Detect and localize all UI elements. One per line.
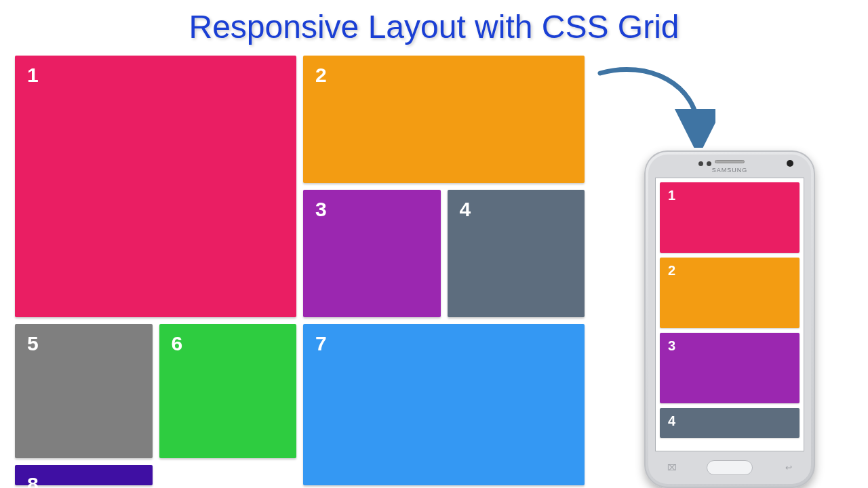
phone-recent-icon: ⌧ [667,463,677,472]
phone-speaker-icon [715,160,745,163]
desktop-tile-2: 2 [303,56,585,183]
phone-back-icon: ↩ [785,463,792,472]
phone-mockup: SAMSUNG 1 2 3 4 ⌧ ↩ [644,150,815,488]
desktop-tile-5: 5 [15,324,153,458]
phone-tile-1: 1 [660,182,800,253]
phone-tile-3: 3 [660,333,800,403]
desktop-tile-1: 1 [15,56,296,317]
desktop-tile-3: 3 [303,190,441,317]
desktop-grid-layout: 1 2 3 4 5 6 7 8 [15,56,585,485]
page-title: Responsive Layout with CSS Grid [0,0,868,51]
desktop-tile-7: 7 [303,324,585,485]
phone-sensor-icon [707,161,711,166]
phone-bottom-bar: ⌧ ↩ [648,451,811,484]
responsive-arrow-icon [593,60,715,148]
phone-body: SAMSUNG 1 2 3 4 ⌧ ↩ [648,155,811,484]
desktop-tile-8: 8 [15,465,153,485]
desktop-tile-6: 6 [159,324,297,458]
phone-top-bar: SAMSUNG [648,155,811,178]
phone-camera-icon [787,160,793,167]
phone-sensor-icon [698,161,703,166]
phone-brand-label: SAMSUNG [712,167,748,174]
phone-screen: 1 2 3 4 [655,178,804,451]
phone-tile-4: 4 [660,408,800,438]
phone-home-button-icon [707,460,753,475]
desktop-tile-4: 4 [448,190,585,317]
phone-tile-2: 2 [660,258,800,328]
